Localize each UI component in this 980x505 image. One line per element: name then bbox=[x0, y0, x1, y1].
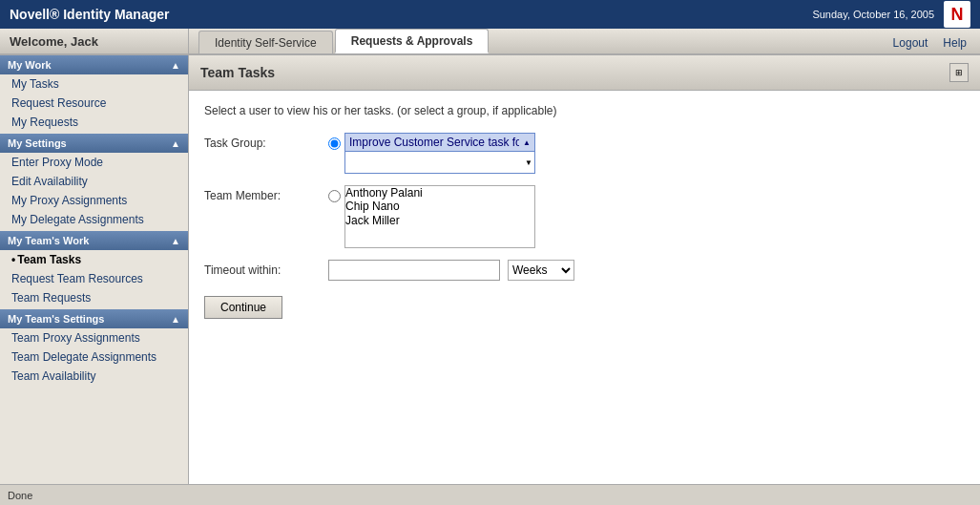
timeout-input[interactable] bbox=[328, 260, 500, 281]
app-title: Novell® Identity Manager bbox=[10, 7, 169, 22]
collapse-icon-0: ▲ bbox=[171, 60, 180, 71]
sidebar-section-my-teams-work[interactable]: My Team's Work ▲ bbox=[0, 231, 188, 250]
team-member-radio[interactable] bbox=[328, 190, 341, 202]
statusbar: Done bbox=[0, 484, 980, 505]
collapse-icon-2: ▲ bbox=[171, 236, 180, 246]
panel-header: Team Tasks ⊞ bbox=[189, 55, 980, 91]
timeout-row: Timeout within: Weeks Days Hours bbox=[204, 260, 965, 281]
panel-title: Team Tasks bbox=[200, 65, 275, 80]
logout-link[interactable]: Logout bbox=[893, 36, 928, 50]
task-group-selected-value[interactable]: Improve Customer Service task force ▲ bbox=[345, 134, 534, 152]
sidebar-section-my-work[interactable]: My Work ▲ bbox=[0, 55, 188, 74]
app-header: Novell® Identity Manager Sunday, October… bbox=[0, 0, 980, 29]
sidebar-item-edit-availability[interactable]: Edit Availability bbox=[0, 172, 188, 191]
statusbar-text: Done bbox=[8, 490, 32, 501]
task-group-row: Task Group: Improve Customer Service tas… bbox=[204, 133, 965, 174]
sidebar-item-team-proxy-assignments[interactable]: Team Proxy Assignments bbox=[0, 328, 188, 347]
novell-logo: N bbox=[944, 1, 970, 28]
team-member-select-container: Anthony Palani Chip Nano Jack Miller bbox=[344, 185, 535, 248]
continue-button[interactable]: Continue bbox=[204, 296, 282, 319]
sidebar-section-my-teams-settings[interactable]: My Team's Settings ▲ bbox=[0, 309, 188, 328]
sidebar-section-my-teams-settings-label: My Team's Settings bbox=[8, 313, 104, 325]
sidebar-item-my-delegate-assignments[interactable]: My Delegate Assignments bbox=[0, 210, 188, 229]
sidebar-item-my-proxy-assignments[interactable]: My Proxy Assignments bbox=[0, 191, 188, 210]
sidebar: My Work ▲ My Tasks Request Resource My R… bbox=[0, 55, 189, 484]
team-member-label: Team Member: bbox=[204, 185, 328, 202]
help-link[interactable]: Help bbox=[943, 36, 967, 50]
sidebar-section-my-work-label: My Work bbox=[8, 59, 52, 71]
sidebar-item-enter-proxy-mode[interactable]: Enter Proxy Mode bbox=[0, 153, 188, 172]
sidebar-item-team-requests[interactable]: Team Requests bbox=[0, 288, 188, 307]
tab-identity-self-service[interactable]: Identity Self-Service bbox=[198, 31, 333, 53]
timeout-label: Timeout within: bbox=[204, 263, 328, 277]
panel-description: Select a user to view his or her tasks. … bbox=[204, 104, 965, 117]
sidebar-item-my-tasks[interactable]: My Tasks bbox=[0, 74, 188, 94]
scroll-up-icon: ▲ bbox=[523, 138, 531, 147]
sidebar-item-request-resource[interactable]: Request Resource bbox=[0, 94, 188, 113]
weeks-select[interactable]: Weeks Days Hours bbox=[508, 260, 574, 281]
sidebar-section-my-teams-work-label: My Team's Work bbox=[8, 235, 89, 246]
task-group-label: Task Group: bbox=[204, 133, 328, 150]
sidebar-section-my-settings[interactable]: My Settings ▲ bbox=[0, 134, 188, 153]
scroll-down-icon: ▼ bbox=[525, 158, 532, 167]
team-member-select[interactable]: Anthony Palani Chip Nano Jack Miller bbox=[345, 186, 534, 248]
sidebar-section-my-settings-label: My Settings bbox=[8, 137, 67, 149]
collapse-icon-3: ▲ bbox=[171, 314, 180, 325]
sidebar-item-team-delegate-assignments[interactable]: Team Delegate Assignments bbox=[0, 347, 188, 367]
sidebar-item-request-team-resources[interactable]: Request Team Resources bbox=[0, 269, 188, 288]
panel-body: Select a user to view his or her tasks. … bbox=[189, 91, 980, 332]
welcome-text: Welcome, Jack bbox=[10, 34, 98, 49]
sidebar-item-team-availability[interactable]: Team Availability bbox=[0, 367, 188, 386]
sidebar-item-team-tasks[interactable]: •Team Tasks bbox=[0, 250, 188, 269]
task-group-select-container: Improve Customer Service task force ▲ ▼ bbox=[344, 133, 535, 174]
task-group-radio[interactable] bbox=[328, 137, 341, 150]
content-area: Team Tasks ⊞ Select a user to view his o… bbox=[189, 55, 980, 484]
header-date: Sunday, October 16, 2005 bbox=[812, 9, 934, 20]
team-member-row: Team Member: Anthony Palani Chip Nano Ja… bbox=[204, 185, 965, 248]
sidebar-item-my-requests[interactable]: My Requests bbox=[0, 113, 188, 132]
collapse-icon-1: ▲ bbox=[171, 138, 180, 149]
tab-requests-approvals[interactable]: Requests & Approvals bbox=[335, 29, 490, 53]
panel-options-icon[interactable]: ⊞ bbox=[949, 63, 969, 82]
